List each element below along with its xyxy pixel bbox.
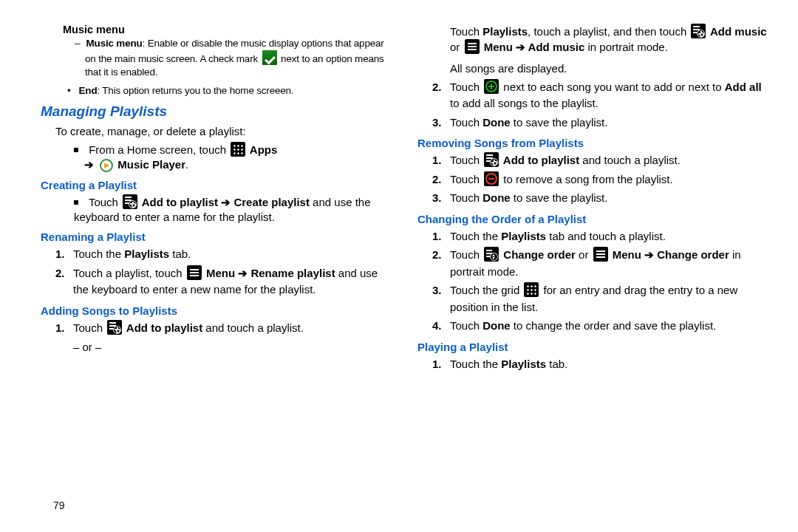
left-column: Music menu Music menu: Enable or disable…: [41, 22, 395, 525]
order-steps: Touch the Playlists tab and touch a play…: [417, 228, 772, 335]
arrow-icon: ➔: [84, 158, 94, 171]
renaming-steps: Touch the Playlists tab. Touch a playlis…: [41, 246, 395, 299]
music-menu-heading: Music menu: [63, 24, 395, 35]
list-item: Touch next to each song you want to add …: [450, 79, 772, 112]
adding-steps-cont: Touch next to each song you want to add …: [417, 79, 772, 132]
remove-song-icon: [484, 171, 499, 186]
adding-steps: Touch Add to playlist and touch a playli…: [41, 320, 395, 356]
from-home-step: From a Home screen, touch Apps ➔ Music P…: [74, 142, 395, 173]
change-order-icon: [484, 247, 499, 262]
managing-playlists-heading: Managing Playlists: [41, 103, 395, 120]
document-page: Music menu Music menu: Enable or disable…: [0, 0, 798, 532]
list-item: Touch Add to playlist and touch a playli…: [73, 320, 395, 356]
list-item: Touch the Playlists tab.: [450, 356, 772, 373]
list-item: Touch to remove a song from the playlist…: [450, 171, 772, 188]
text-pre: Touch: [89, 196, 121, 208]
all-songs-text: All songs are displayed.: [450, 61, 772, 76]
add-song-icon: [484, 79, 499, 94]
list-item: Touch Add to playlist and touch a playli…: [450, 152, 772, 169]
add-to-playlist-icon: [107, 320, 122, 335]
add-music-icon: [691, 24, 706, 38]
end-item: End: This option returns you to the home…: [78, 84, 395, 98]
list-item: Touch a playlist, touch Menu ➔ Rename pl…: [73, 265, 395, 299]
creating-step: Touch Add to playlist ➔ Create playlist …: [74, 194, 395, 225]
playing-playlist-heading: Playing a Playlist: [417, 341, 772, 353]
list-item: Touch Done to save the playlist.: [450, 190, 772, 207]
renaming-playlist-heading: Renaming a Playlist: [41, 231, 395, 243]
managing-intro: To create, manage, or delete a playlist:: [55, 124, 395, 139]
playing-steps: Touch the Playlists tab.: [417, 356, 772, 373]
label: End: [79, 85, 98, 96]
continuation-step: Touch Playlists, touch a playlist, and t…: [450, 24, 772, 55]
bold: Add to playlist ➔ Create playlist: [139, 196, 310, 208]
list-item: Touch the Playlists tab.: [73, 246, 395, 263]
label: Music menu: [86, 38, 143, 49]
menu-icon: [187, 265, 202, 280]
music-menu-item: Music menu: Enable or disable the music …: [85, 37, 395, 80]
text-pre: From a Home screen, touch: [89, 143, 229, 156]
list-item: Touch Change order or Menu ➔ Change orde…: [450, 247, 772, 280]
changing-order-heading: Changing the Order of a Playlist: [417, 213, 772, 225]
removing-songs-heading: Removing Songs from Playlists: [417, 137, 772, 149]
or-text: – or –: [73, 339, 395, 356]
creating-playlist-heading: Creating a Playlist: [41, 179, 395, 191]
list-item: Touch the grid for an entry and drag the…: [450, 282, 772, 316]
page-number: 79: [53, 499, 65, 511]
apps-label: Apps: [247, 143, 277, 156]
menu-icon: [593, 247, 608, 262]
add-to-playlist-icon: [484, 152, 499, 167]
apps-icon: [231, 142, 245, 157]
list-item: Touch Done to change the order and save …: [450, 318, 772, 335]
add-to-playlist-icon: [123, 194, 137, 209]
menu-icon: [465, 39, 480, 54]
text: : This option returns you to the home sc…: [97, 85, 293, 96]
removing-steps: Touch Add to playlist and touch a playli…: [417, 152, 772, 207]
adding-songs-heading: Adding Songs to Playlists: [41, 304, 395, 317]
checkmark-icon: [262, 50, 277, 65]
list-item: Touch Done to save the playlist.: [450, 115, 772, 132]
music-player-icon: [100, 159, 113, 172]
music-player-label: Music Player: [115, 158, 185, 171]
right-column: Touch Playlists, touch a playlist, and t…: [417, 22, 772, 525]
grid-handle-icon: [524, 282, 539, 297]
list-item: Touch the Playlists tab and touch a play…: [450, 228, 772, 245]
